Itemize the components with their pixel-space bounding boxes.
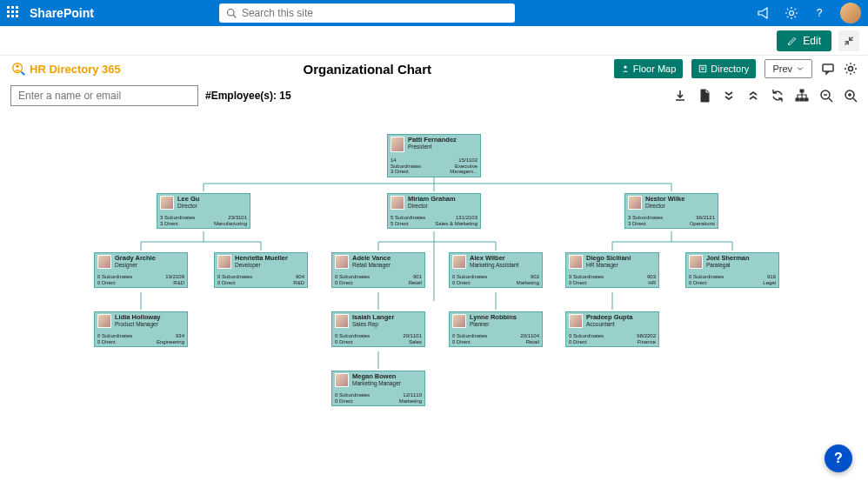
svg-point-5: [624, 66, 626, 69]
avatar-icon: [217, 255, 231, 269]
svg-point-0: [227, 10, 234, 17]
svg-point-1: [790, 11, 794, 16]
suite-bar: SharePoint ?: [0, 0, 868, 26]
pencil-icon: [787, 36, 798, 46]
hierarchy-icon[interactable]: [795, 89, 809, 103]
search-box[interactable]: [219, 3, 515, 23]
app-header: HR Directory 365 Organizational Chart Fl…: [0, 56, 868, 82]
floor-map-button[interactable]: Floor Map: [614, 59, 684, 78]
node-lynne-robbins[interactable]: Lynne RobbinsPlanner 0 Subordinates0 Dir…: [449, 311, 543, 347]
node-adele-vance[interactable]: Adele VanceRetail Manager 0 Subordinates…: [331, 252, 425, 288]
node-joni-sherman[interactable]: Joni ShermanParalegal 0 Subordinates0 Di…: [685, 252, 779, 288]
svg-point-8: [849, 67, 853, 71]
node-alex-wilber[interactable]: Alex WilberMarketing Assistant 0 Subordi…: [449, 252, 543, 288]
download-icon[interactable]: [673, 89, 687, 103]
filter-bar: #Employee(s): 15: [0, 82, 868, 110]
svg-rect-7: [823, 64, 833, 71]
avatar-icon: [335, 373, 349, 387]
gear-icon[interactable]: [785, 6, 798, 20]
export-pdf-icon[interactable]: [698, 89, 711, 103]
avatar-icon: [391, 137, 404, 152]
floor-map-icon: [621, 64, 630, 73]
avatar-icon: [569, 255, 583, 269]
avatar-icon: [689, 255, 703, 269]
avatar-icon: [335, 314, 349, 328]
avatar-icon: [335, 255, 349, 269]
org-chart-canvas[interactable]: Patti FernandezPresident 14 Subordinates…: [0, 110, 868, 488]
node-diego-siciliani[interactable]: Diego SicilianiHR Manager 0 Subordinates…: [565, 252, 659, 288]
node-grady-archie[interactable]: Grady ArchieDesigner 0 Subordinates0 Dir…: [94, 252, 188, 288]
avatar-icon: [97, 255, 111, 269]
settings-icon[interactable]: [844, 62, 858, 76]
node-isaiah-langer[interactable]: Isaiah LangerSales Rep 0 Subordinates0 D…: [331, 311, 425, 347]
node-nestor-wilke[interactable]: Nestor WilkeDirector 3 Subordinates3 Dir…: [624, 193, 718, 229]
megaphone-icon[interactable]: [757, 6, 771, 20]
edit-button[interactable]: Edit: [777, 30, 831, 51]
name-email-input[interactable]: [10, 85, 198, 106]
expand-down-icon[interactable]: [722, 89, 736, 103]
svg-rect-10: [796, 98, 799, 101]
chevron-down-icon: [796, 64, 805, 73]
directory-icon: [698, 64, 707, 73]
edit-label: Edit: [803, 35, 821, 47]
employee-count: #Employee(s): 15: [205, 90, 291, 102]
node-miriam-graham[interactable]: Miriam GrahamDirector 5 Subordinates5 Di…: [387, 193, 481, 229]
directory-button[interactable]: Directory: [691, 59, 756, 78]
svg-point-4: [16, 65, 19, 69]
svg-rect-11: [800, 98, 804, 101]
feedback-icon[interactable]: [821, 62, 835, 76]
command-bar: Edit: [0, 26, 868, 56]
help-fab[interactable]: ?: [825, 445, 852, 472]
app-launcher-icon[interactable]: [7, 6, 21, 20]
refresh-icon[interactable]: [771, 89, 785, 103]
avatar-icon: [569, 314, 583, 328]
node-lidia-holloway[interactable]: Lidia HollowayProduct Manager 0 Subordin…: [94, 311, 188, 347]
app-logo-text: HR Directory 365: [30, 63, 121, 76]
collapse-up-icon[interactable]: [746, 89, 760, 103]
node-patti-fernandez[interactable]: Patti FernandezPresident 14 Subordinates…: [387, 134, 481, 177]
svg-rect-6: [700, 65, 707, 72]
svg-rect-9: [800, 90, 804, 92]
help-icon[interactable]: ?: [812, 6, 826, 20]
svg-text:?: ?: [817, 7, 823, 19]
app-logo[interactable]: HR Directory 365: [10, 61, 121, 77]
zoom-in-icon[interactable]: [844, 89, 858, 103]
prev-dropdown[interactable]: Prev: [765, 59, 812, 78]
avatar-icon: [452, 255, 466, 269]
node-lee-gu[interactable]: Lee GuDirector 3 Subordinates3 Direct23/…: [157, 193, 250, 229]
brand-name: SharePoint: [30, 6, 94, 20]
search-input[interactable]: [242, 7, 508, 19]
avatar-icon: [391, 196, 404, 210]
page-title: Organizational Chart: [130, 62, 605, 77]
collapse-button[interactable]: [838, 30, 859, 51]
node-megan-bowen[interactable]: Megan BowenMarketing Manager 0 Subordina…: [331, 371, 425, 406]
user-avatar[interactable]: [840, 3, 861, 23]
avatar-icon: [628, 196, 642, 210]
zoom-out-icon[interactable]: [819, 89, 833, 103]
svg-rect-12: [805, 98, 808, 101]
node-henrietta-mueller[interactable]: Henrietta MuellerDeveloper 0 Subordinate…: [214, 252, 308, 288]
search-icon: [226, 8, 237, 18]
avatar-icon: [160, 196, 174, 210]
avatar-icon: [452, 314, 466, 328]
avatar-icon: [97, 314, 111, 328]
node-pradeep-gupta[interactable]: Pradeep GuptaAccountant 0 Subordinates0 …: [565, 311, 659, 347]
